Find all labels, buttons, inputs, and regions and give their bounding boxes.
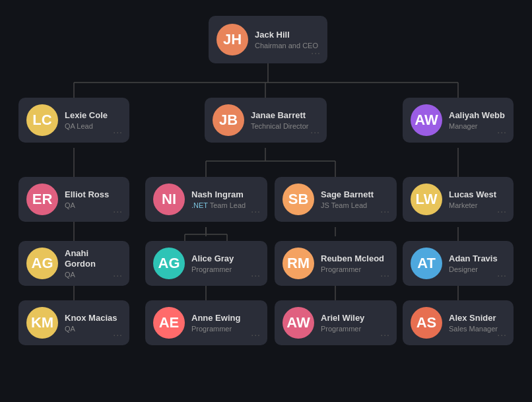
more-options-sage[interactable]: ··· [380, 206, 390, 217]
role-reuben: Programmer [321, 265, 389, 273]
name-elliot: Elliot Ross [65, 189, 121, 200]
more-options-elliot[interactable]: ··· [113, 206, 123, 217]
name-jack: Jack Hill [255, 30, 319, 40]
role-jack: Chairman and CEO [255, 42, 319, 50]
name-alice: Alice Gray [191, 253, 259, 264]
info-sage: Sage BarnettJS Team Lead [321, 189, 389, 209]
card-adan: ATAdan TravisDesigner··· [403, 241, 514, 286]
info-ariel: Ariel WileyProgrammer [321, 313, 389, 333]
name-knox: Knox Macias [65, 313, 121, 323]
role-nash: .NET Team Lead [191, 201, 259, 209]
name-reuben: Reuben Mcleod [321, 253, 389, 264]
avatar-reuben: RM [283, 248, 314, 279]
name-janae: Janae Barrett [251, 110, 319, 121]
more-options-nash[interactable]: ··· [251, 206, 261, 217]
card-knox: KMKnox MaciasQA··· [18, 300, 129, 345]
card-anne: AEAnne EwingProgrammer··· [145, 300, 267, 345]
card-aaliyah: AWAaliyah WebbManager··· [403, 98, 514, 143]
avatar-jack: JH [216, 24, 248, 55]
card-alex: ASAlex SniderSales Manager··· [403, 300, 514, 345]
more-options-jack[interactable]: ··· [311, 48, 321, 58]
more-options-anne[interactable]: ··· [251, 329, 261, 340]
card-lexie: LCLexie ColeQA Lead··· [18, 98, 129, 143]
info-anne: Anne EwingProgrammer [191, 313, 259, 333]
name-anne: Anne Ewing [191, 313, 259, 323]
card-lucas: LWLucas WestMarketer··· [403, 177, 514, 222]
card-sage: SBSage BarnettJS Team Lead··· [275, 177, 397, 222]
info-nash: Nash Ingram.NET Team Lead [191, 189, 259, 209]
avatar-ariel: AW [283, 307, 314, 339]
avatar-adan: AT [411, 248, 442, 279]
avatar-janae: JB [213, 104, 244, 136]
avatar-anahi: AG [26, 248, 58, 279]
name-aaliyah: Aaliyah Webb [449, 110, 506, 121]
more-options-lexie[interactable]: ··· [113, 127, 123, 137]
name-nash: Nash Ingram [191, 189, 259, 200]
card-alice: AGAlice GrayProgrammer··· [145, 241, 267, 286]
name-sage: Sage Barnett [321, 189, 389, 200]
more-options-adan[interactable]: ··· [497, 270, 507, 281]
avatar-knox: KM [26, 307, 58, 339]
more-options-lucas[interactable]: ··· [497, 206, 507, 217]
avatar-anne: AE [153, 307, 185, 339]
more-options-reuben[interactable]: ··· [380, 270, 390, 281]
more-options-alex[interactable]: ··· [497, 329, 507, 340]
card-janae: JBJanae BarrettTechnical Director··· [205, 98, 327, 143]
avatar-alex: AS [411, 307, 442, 339]
more-options-anahi[interactable]: ··· [113, 270, 123, 281]
name-anahi: Anahi Gordon [65, 248, 121, 269]
info-jack: Jack HillChairman and CEO [255, 30, 319, 50]
avatar-alice: AG [153, 248, 185, 279]
name-adan: Adan Travis [449, 253, 506, 264]
more-options-alice[interactable]: ··· [251, 270, 261, 281]
card-reuben: RMReuben McleodProgrammer··· [275, 241, 397, 286]
name-lexie: Lexie Cole [65, 110, 121, 121]
info-janae: Janae BarrettTechnical Director [251, 110, 319, 130]
card-ariel: AWAriel WileyProgrammer··· [275, 300, 397, 345]
avatar-lucas: LW [411, 184, 442, 215]
info-alice: Alice GrayProgrammer [191, 253, 259, 273]
role-ariel: Programmer [321, 325, 389, 333]
org-chart: JHJack HillChairman and CEO···LCLexie Co… [0, 0, 532, 402]
more-options-knox[interactable]: ··· [113, 329, 123, 340]
more-options-ariel[interactable]: ··· [380, 329, 390, 340]
name-ariel: Ariel Wiley [321, 313, 389, 323]
card-nash: NINash Ingram.NET Team Lead··· [145, 177, 267, 222]
role-sage: JS Team Lead [321, 201, 389, 209]
name-lucas: Lucas West [449, 189, 506, 200]
card-jack: JHJack HillChairman and CEO··· [209, 16, 327, 63]
avatar-sage: SB [283, 184, 314, 215]
avatar-lexie: LC [26, 104, 58, 136]
more-options-janae[interactable]: ··· [310, 127, 320, 137]
role-janae: Technical Director [251, 122, 319, 130]
more-options-aaliyah[interactable]: ··· [497, 127, 507, 137]
card-elliot: ERElliot RossQA··· [18, 177, 129, 222]
avatar-elliot: ER [26, 184, 58, 215]
role-anne: Programmer [191, 325, 259, 333]
name-alex: Alex Snider [449, 313, 506, 323]
card-anahi: AGAnahi GordonQA··· [18, 241, 129, 286]
avatar-nash: NI [153, 184, 185, 215]
role-alice: Programmer [191, 265, 259, 273]
avatar-aaliyah: AW [411, 104, 442, 136]
info-reuben: Reuben McleodProgrammer [321, 253, 389, 273]
